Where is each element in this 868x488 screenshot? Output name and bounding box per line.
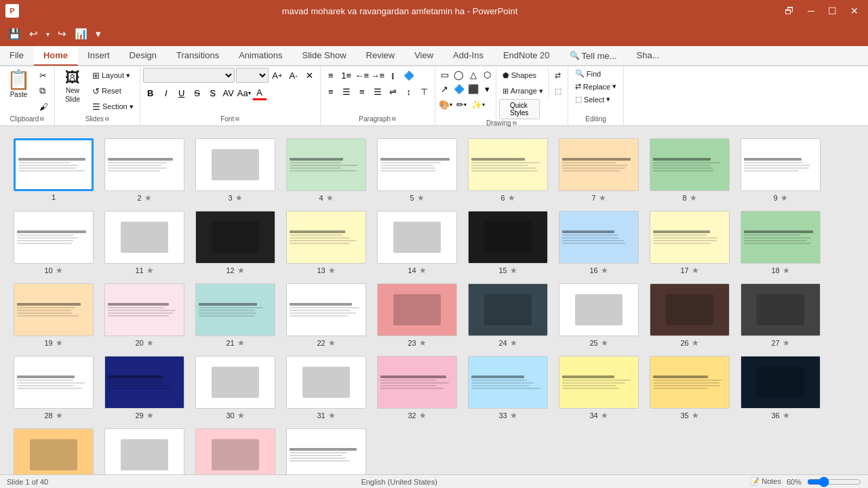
cut-button[interactable]: ✂: [36, 68, 52, 83]
slide-thumbnail[interactable]: [104, 138, 184, 191]
arrange-btn[interactable]: ⊞ Arrange ▾: [499, 83, 547, 98]
slide-item[interactable]: 3★: [195, 138, 275, 203]
slide-star[interactable]: ★: [508, 193, 515, 203]
clipboard-expand-icon[interactable]: ⧉: [40, 116, 44, 123]
slide-star[interactable]: ★: [419, 338, 427, 348]
text-direction-btn[interactable]: ⇌: [386, 84, 401, 99]
slide-thumbnail[interactable]: [104, 356, 184, 409]
slide-thumbnail[interactable]: [195, 356, 275, 409]
slide-item[interactable]: 32★: [377, 356, 457, 420]
slide-star[interactable]: ★: [510, 266, 517, 275]
reset-button[interactable]: ↺ Reset: [89, 83, 137, 98]
slide-star[interactable]: ★: [144, 193, 152, 203]
slide-item[interactable]: 4★: [286, 138, 366, 203]
window-controls[interactable]: 🗗 ─ ☐ ✕: [781, 4, 863, 18]
slide-item[interactable]: 10★: [14, 211, 94, 275]
justify-btn[interactable]: ☰: [370, 84, 385, 99]
slide-item[interactable]: 16★: [559, 211, 639, 275]
customize-qa-btn[interactable]: ▾: [93, 26, 104, 41]
slide-item[interactable]: 23★: [377, 283, 457, 348]
restore-down-btn[interactable]: 🗗: [781, 4, 798, 18]
slide-thumbnail[interactable]: [286, 138, 366, 191]
slide-item[interactable]: 19★: [14, 283, 94, 348]
replace-button[interactable]: ⇄ Replace ▾: [571, 81, 620, 92]
align-center-btn[interactable]: ☰: [339, 84, 354, 99]
slide-thumbnail[interactable]: [286, 283, 366, 336]
minimize-btn[interactable]: ─: [804, 4, 818, 18]
shapes-btn[interactable]: ⬟ Shapes: [499, 68, 547, 83]
slide-star[interactable]: ★: [417, 193, 425, 203]
font-expand-icon[interactable]: ⧉: [235, 116, 239, 123]
tab-endnote[interactable]: EndNote 20: [494, 46, 560, 65]
slide-star[interactable]: ★: [783, 338, 790, 348]
slide-thumbnail[interactable]: [377, 211, 457, 264]
slide-thumbnail[interactable]: [14, 356, 94, 409]
maximize-btn[interactable]: ☐: [824, 4, 841, 18]
tab-animations[interactable]: Animations: [229, 46, 292, 65]
shape-oval[interactable]: ◯: [452, 68, 466, 81]
section-button[interactable]: ☰ Section ▾: [89, 99, 137, 114]
slide-thumbnail[interactable]: [104, 428, 184, 481]
slide-thumbnail[interactable]: [559, 138, 639, 191]
slide-thumbnail[interactable]: [377, 283, 457, 336]
slide-item[interactable]: 12★: [195, 211, 275, 275]
slide-thumbnail[interactable]: [468, 138, 548, 191]
undo-btn[interactable]: ↩: [26, 26, 41, 41]
tab-design[interactable]: Design: [120, 46, 167, 65]
slide-item[interactable]: 11★: [104, 211, 184, 275]
slide-item[interactable]: 6★: [468, 138, 548, 203]
slide-star[interactable]: ★: [599, 193, 606, 203]
slide-item[interactable]: 21★: [195, 283, 275, 348]
shape-tri[interactable]: △: [467, 68, 480, 81]
slide-item[interactable]: 18★: [741, 211, 821, 275]
slide-thumbnail[interactable]: [650, 283, 730, 336]
tab-addins[interactable]: Add-Ins: [443, 46, 494, 65]
slide-item[interactable]: 22★: [286, 283, 366, 348]
font-color-btn[interactable]: A: [252, 85, 267, 100]
slide-item[interactable]: 34★: [559, 356, 639, 420]
format-painter-button[interactable]: 🖌: [36, 99, 52, 114]
slide-panel[interactable]: 12★3★4★5★6★7★8★9★10★11★12★13★14★15★16★17…: [0, 126, 868, 488]
slide-item[interactable]: 28★: [14, 356, 94, 420]
save-btn[interactable]: 💾: [5, 26, 24, 41]
tab-tellme[interactable]: 🔍Tell me...: [560, 46, 627, 65]
slide-thumbnail[interactable]: [650, 138, 730, 191]
bold-btn[interactable]: B: [143, 85, 158, 100]
slide-thumbnail[interactable]: [468, 211, 548, 264]
slide-star[interactable]: ★: [56, 266, 63, 275]
slide-thumbnail[interactable]: [195, 428, 275, 481]
shape-fill-btn[interactable]: 🎨▾: [438, 97, 453, 112]
change-case-btn[interactable]: Aa▾: [237, 85, 252, 100]
select-all-btn[interactable]: ⬚: [551, 83, 565, 98]
slide-star[interactable]: ★: [601, 338, 608, 348]
slide-thumbnail[interactable]: [559, 356, 639, 409]
slide-item[interactable]: 30★: [195, 356, 275, 420]
tab-file[interactable]: File: [0, 46, 34, 65]
find-button[interactable]: 🔍 Find: [571, 68, 605, 79]
slide-thumbnail[interactable]: [650, 356, 730, 409]
slide-star[interactable]: ★: [326, 193, 334, 203]
slide-star[interactable]: ★: [235, 193, 243, 203]
find-replace-btn[interactable]: ⇄: [551, 68, 565, 83]
slide-star[interactable]: ★: [146, 266, 154, 275]
underline-btn[interactable]: U: [174, 85, 189, 100]
slide-thumbnail[interactable]: [195, 211, 275, 264]
slide-star[interactable]: ★: [510, 338, 517, 348]
slide-thumbnail[interactable]: [741, 211, 821, 264]
strikethrough-btn[interactable]: S: [190, 85, 205, 100]
italic-btn[interactable]: I: [159, 85, 174, 100]
columns-btn[interactable]: ⫿: [386, 68, 401, 83]
slide-thumbnail[interactable]: [741, 283, 821, 336]
slide-item[interactable]: 5★: [377, 138, 457, 203]
slide-star[interactable]: ★: [56, 411, 63, 420]
slide-thumbnail[interactable]: [377, 138, 457, 191]
zoom-slider[interactable]: [807, 477, 861, 487]
paste-button[interactable]: 📋 Paste: [3, 68, 35, 101]
tab-view[interactable]: View: [405, 46, 443, 65]
slide-star[interactable]: ★: [690, 193, 697, 203]
clear-format-btn[interactable]: ✕: [302, 68, 317, 83]
slide-thumbnail[interactable]: [104, 283, 184, 336]
slide-item[interactable]: 20★: [104, 283, 184, 348]
font-size-select[interactable]: [236, 68, 269, 83]
slide-star[interactable]: ★: [419, 411, 427, 420]
